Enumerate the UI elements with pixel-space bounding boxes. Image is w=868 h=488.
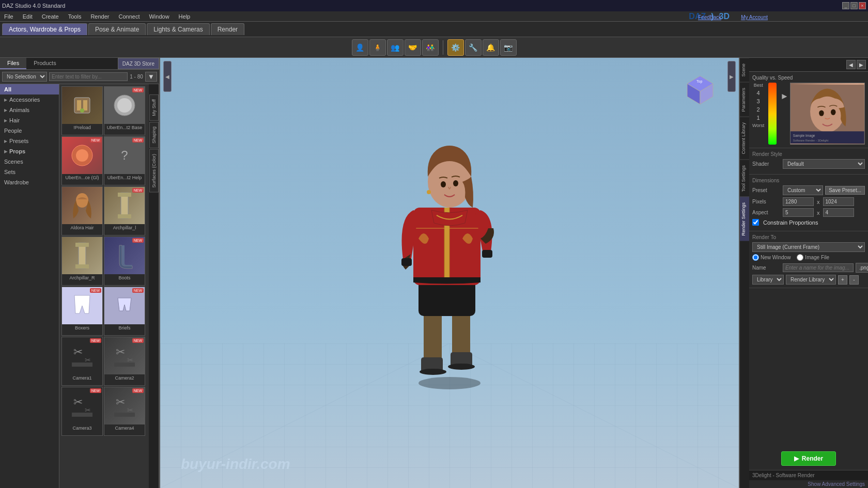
grid-item-briefs[interactable]: NEW Briefs bbox=[104, 287, 145, 336]
cat-presets[interactable]: ▶Presets bbox=[0, 136, 59, 146]
menu-window[interactable]: Window bbox=[147, 13, 171, 20]
aspect-width-input[interactable] bbox=[783, 208, 814, 217]
collapse-right-btn[interactable]: ▶ bbox=[727, 61, 736, 92]
shader-row: Shader Default bbox=[752, 159, 865, 169]
svg-point-7 bbox=[76, 149, 88, 162]
rpanel-tab-scene[interactable]: Scene bbox=[740, 58, 749, 82]
menu-file[interactable]: File bbox=[2, 13, 16, 20]
grid-item-camera4[interactable]: ✂✂ NEW Camera4 bbox=[104, 387, 145, 436]
grid-item-camera3[interactable]: ✂✂ NEW Camera3 bbox=[61, 387, 103, 436]
menu-help[interactable]: Help bbox=[177, 13, 193, 20]
navtab-lights[interactable]: Lights & Cameras bbox=[147, 23, 209, 35]
grid-item-boxers[interactable]: NEW Boxers bbox=[61, 287, 103, 336]
menu-tools[interactable]: Tools bbox=[66, 13, 84, 20]
daz-store-button[interactable]: DAZ 3D Store bbox=[118, 58, 159, 69]
rpanel-tab-render-settings[interactable]: Render Settings bbox=[740, 197, 749, 241]
grid-item-archpillar-r[interactable]: Archpillar_R bbox=[61, 237, 103, 286]
cat-animals[interactable]: ▶Animals bbox=[0, 105, 59, 115]
svg-rect-26 bbox=[114, 413, 135, 417]
pixels-width-input[interactable] bbox=[783, 197, 814, 206]
sidetab-surfaces[interactable]: Surfaces (Color) bbox=[149, 149, 159, 193]
render-button[interactable]: ▶ Render bbox=[781, 451, 836, 466]
navtab-actors[interactable]: Actors, Wardrobe & Props bbox=[2, 23, 87, 35]
toolbar-btn-camera[interactable]: 📷 bbox=[500, 39, 517, 56]
render-name-input[interactable] bbox=[783, 263, 854, 272]
navtab-render[interactable]: Render bbox=[211, 23, 244, 35]
save-preset-button[interactable]: Save Preset... bbox=[825, 186, 865, 195]
cat-accessories[interactable]: ▶Accessories bbox=[0, 95, 59, 105]
toolbar-btn-notify[interactable]: 🔔 bbox=[483, 39, 499, 56]
window-controls[interactable]: _ □ × bbox=[842, 2, 866, 9]
grid-item-preload[interactable]: !Preload bbox=[61, 86, 103, 135]
grid-item-boots[interactable]: NEW Boots bbox=[104, 237, 145, 286]
rp-back-icon[interactable]: ◀ bbox=[846, 60, 856, 69]
show-advanced-btn[interactable]: Show Advanced Settings bbox=[749, 480, 868, 488]
toolbar-btn-tool1[interactable]: 🔧 bbox=[465, 39, 482, 56]
cat-hair[interactable]: ▶Hair bbox=[0, 115, 59, 125]
navtab-pose[interactable]: Pose & Animate bbox=[88, 23, 146, 35]
sidetab-shaping[interactable]: Shaping bbox=[149, 122, 159, 148]
maximize-btn[interactable]: □ bbox=[850, 2, 858, 9]
tab-products[interactable]: Products bbox=[26, 58, 63, 69]
pixels-height-input[interactable] bbox=[823, 197, 854, 206]
grid-item-camera1[interactable]: ✂✂ NEW Camera1 bbox=[61, 337, 103, 386]
collapse-left-btn[interactable]: ◀ bbox=[163, 61, 172, 92]
cat-people[interactable]: People bbox=[0, 125, 59, 136]
feedback-link[interactable]: FeedBack bbox=[696, 14, 723, 20]
cat-props[interactable]: ▶Props bbox=[0, 146, 59, 156]
cat-all[interactable]: All bbox=[0, 84, 59, 95]
menu-connect[interactable]: Connect bbox=[117, 13, 142, 20]
cat-sets[interactable]: Sets bbox=[0, 167, 59, 177]
grid-options-btn[interactable]: ▼ bbox=[145, 72, 157, 82]
grid-item-camera2[interactable]: ✂✂ NEW Camera2 bbox=[104, 337, 145, 386]
tab-files[interactable]: Files bbox=[0, 58, 26, 69]
rpanel-tab-content-library[interactable]: Content Library bbox=[740, 117, 749, 160]
toolbar-btn-couple[interactable]: 🤝 bbox=[405, 39, 421, 56]
rp-forward-icon[interactable]: ▶ bbox=[857, 60, 866, 69]
grid-label-archpillar-r: Archpillar_R bbox=[62, 274, 102, 281]
rpanel-tab-parameters[interactable]: Parameters bbox=[740, 82, 749, 117]
preset-select[interactable]: Custom bbox=[783, 185, 823, 195]
sidetab-mystuff[interactable]: My Stuff bbox=[149, 95, 159, 121]
rpanel-tab-tool-settings[interactable]: Tool Settings bbox=[740, 160, 749, 197]
constrain-proportions-checkbox[interactable] bbox=[752, 219, 759, 226]
cat-scenes[interactable]: Scenes bbox=[0, 156, 59, 167]
library-select-1[interactable]: Library bbox=[752, 275, 784, 285]
new-window-radio[interactable] bbox=[752, 254, 759, 261]
library-remove-btn[interactable]: - bbox=[849, 275, 859, 285]
image-file-radio[interactable] bbox=[797, 254, 803, 261]
library-select-2[interactable]: Render Library bbox=[786, 275, 836, 285]
filter-input[interactable] bbox=[49, 72, 128, 81]
image-file-label: Image File bbox=[805, 255, 829, 260]
preset-label: Preset bbox=[752, 187, 781, 193]
grid-item-aldora-hair[interactable]: Aldora Hair bbox=[61, 186, 103, 235]
toolbar-btn-person[interactable]: 👤 bbox=[352, 39, 368, 56]
render-to-select[interactable]: Still Image (Current Frame) bbox=[752, 242, 865, 252]
svg-rect-41 bbox=[419, 279, 475, 316]
toolbar-btn-group[interactable]: 👥 bbox=[387, 39, 404, 56]
toolbar-btn-settings[interactable]: ⚙️ bbox=[447, 39, 464, 56]
grid-item-uberen-help[interactable]: ? NEW UberEn...t2 Help bbox=[104, 136, 145, 185]
toolbar-btn-person2[interactable]: 🧍 bbox=[369, 39, 386, 56]
toolbar-btn-pair[interactable]: 👫 bbox=[422, 39, 439, 56]
rp-header: ◀ ▶ bbox=[749, 58, 868, 72]
shader-label: Shader bbox=[752, 161, 781, 167]
menu-create[interactable]: Create bbox=[40, 13, 61, 20]
cat-wardrobe[interactable]: Wardrobe bbox=[0, 177, 59, 187]
account-link[interactable]: My Account bbox=[739, 14, 770, 20]
menu-edit[interactable]: Edit bbox=[21, 13, 35, 20]
aspect-height-input[interactable] bbox=[823, 208, 854, 217]
viewport[interactable]: ◀ ▶ Top bbox=[160, 58, 739, 488]
grid-item-archpillar-l[interactable]: NEW Archpillar_l bbox=[104, 186, 145, 235]
grid-item-uberen-base[interactable]: NEW UberEn...t2 Base bbox=[104, 86, 145, 135]
minimize-btn[interactable]: _ bbox=[842, 2, 849, 9]
grid-label-boots: Boots bbox=[104, 274, 145, 281]
library-add-btn[interactable]: + bbox=[838, 275, 847, 285]
shader-select[interactable]: Default bbox=[783, 159, 865, 169]
menu-render[interactable]: Render bbox=[88, 13, 111, 20]
close-btn[interactable]: × bbox=[859, 2, 866, 9]
file-extension-select[interactable]: .png .jpg .bmp bbox=[856, 263, 868, 273]
orientation-cube[interactable]: Top bbox=[682, 73, 718, 111]
selection-dropdown[interactable]: No Selection bbox=[2, 72, 47, 82]
grid-item-uberen-gl[interactable]: NEW UberEn...ce (Gl) bbox=[61, 136, 103, 185]
